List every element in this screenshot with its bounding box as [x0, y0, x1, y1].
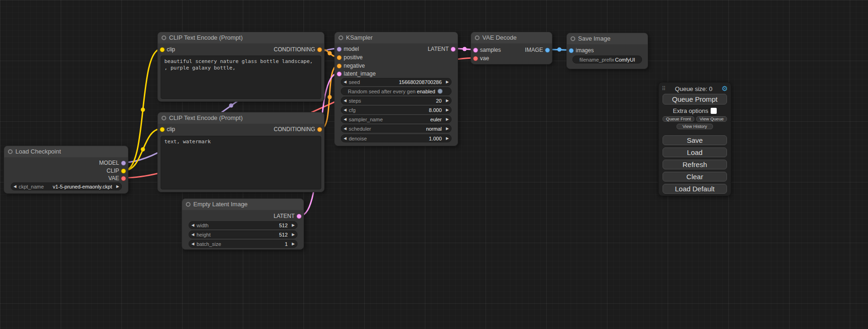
extra-options-checkbox[interactable]: [711, 108, 717, 114]
collapse-dot[interactable]: [8, 149, 13, 154]
widget-label: ckpt_name: [19, 184, 44, 189]
input-dot-negative[interactable]: [337, 63, 342, 69]
decrement-arrow-icon[interactable]: ◀: [11, 183, 19, 190]
widget-batch-size[interactable]: ◀ batch_size 1 ▶: [189, 240, 297, 248]
node-title-bar[interactable]: Save Image: [567, 33, 648, 44]
toggle-knob-icon[interactable]: [438, 89, 443, 94]
load-button[interactable]: Load: [663, 147, 727, 157]
widget-height[interactable]: ◀ height 512 ▶: [189, 231, 297, 238]
decrement-arrow-icon[interactable]: ◀: [341, 135, 349, 142]
collapse-dot[interactable]: [162, 35, 166, 40]
decrement-arrow-icon[interactable]: ◀: [341, 106, 349, 113]
node-title: KSampler: [346, 34, 373, 41]
widget-value: euler: [383, 117, 444, 122]
link-dot-clip-positive: [141, 108, 145, 112]
increment-arrow-icon[interactable]: ▶: [444, 78, 451, 85]
increment-arrow-icon[interactable]: ▶: [114, 183, 121, 190]
node-title-bar[interactable]: Empty Latent Image: [182, 199, 303, 210]
link-dot-image: [557, 48, 562, 52]
slot-label-positive: positive: [344, 54, 363, 61]
widget-seed[interactable]: ◀ seed 156680208700286 ▶: [341, 78, 452, 86]
widget-cfg[interactable]: ◀ cfg 8.000 ▶: [341, 106, 452, 114]
collapse-dot[interactable]: [339, 35, 343, 40]
node-graph-canvas[interactable]: { "colors": { "model": "#b39ddb", "clip"…: [0, 0, 868, 329]
collapse-dot[interactable]: [162, 116, 166, 120]
node-ksampler[interactable]: KSampler model positive negative latent_…: [334, 32, 458, 146]
increment-arrow-icon[interactable]: ▶: [444, 116, 451, 123]
node-title: Empty Latent Image: [193, 201, 247, 208]
decrement-arrow-icon[interactable]: ◀: [189, 222, 197, 229]
widget-width[interactable]: ◀ width 512 ▶: [189, 221, 297, 229]
save-button[interactable]: Save: [663, 135, 727, 145]
increment-arrow-icon[interactable]: ▶: [444, 135, 451, 142]
decrement-arrow-icon[interactable]: ◀: [189, 240, 197, 247]
node-clip-text-encode-positive[interactable]: CLIP Text Encode (Prompt) clip CONDITION…: [157, 32, 325, 102]
node-title-bar[interactable]: KSampler: [335, 32, 458, 43]
drag-handle-icon[interactable]: ⠿: [662, 85, 666, 92]
node-clip-text-encode-negative[interactable]: CLIP Text Encode (Prompt) clip CONDITION…: [157, 112, 325, 192]
view-queue-button[interactable]: View Queue: [696, 116, 727, 122]
increment-arrow-icon[interactable]: ▶: [444, 106, 451, 113]
output-dot-vae[interactable]: [121, 176, 126, 181]
collapse-dot[interactable]: [475, 35, 480, 40]
widget-steps[interactable]: ◀ steps 20 ▶: [341, 97, 452, 105]
output-dot-model[interactable]: [121, 161, 126, 166]
increment-arrow-icon[interactable]: ▶: [289, 222, 297, 229]
collapse-dot[interactable]: [571, 36, 575, 41]
widget-label: seed: [349, 79, 360, 85]
decrement-arrow-icon[interactable]: ◀: [341, 116, 349, 123]
decrement-arrow-icon[interactable]: ◀: [189, 231, 197, 238]
widget-label: cfg: [349, 107, 356, 113]
node-title-bar[interactable]: CLIP Text Encode (Prompt): [158, 32, 324, 43]
link-dot-positive: [328, 51, 332, 56]
prompt-textarea[interactable]: text, watermark: [161, 136, 321, 189]
output-dot-conditioning[interactable]: [317, 127, 322, 132]
widget-value: 20: [361, 98, 444, 104]
input-slot-negative: negative: [335, 62, 458, 70]
slot-label-latent: LATENT: [274, 213, 295, 219]
increment-arrow-icon[interactable]: ▶: [444, 125, 451, 132]
input-dot-positive[interactable]: [337, 55, 342, 60]
node-save-image[interactable]: Save Image images filename_prefix ComfyU…: [566, 33, 648, 69]
node-title-bar[interactable]: CLIP Text Encode (Prompt): [158, 112, 324, 124]
increment-arrow-icon[interactable]: ▶: [444, 97, 451, 104]
node-load-checkpoint[interactable]: Load Checkpoint MODEL CLIP VAE ◀ ckpt_na…: [4, 146, 128, 194]
input-dot-latent-image[interactable]: [337, 71, 342, 77]
slot-label-latent: LATENT: [428, 46, 449, 52]
load-default-button[interactable]: Load Default: [663, 184, 727, 194]
queue-prompt-button[interactable]: Queue Prompt: [663, 94, 727, 105]
widget-denoise[interactable]: ◀ denoise 1.000 ▶: [341, 134, 452, 142]
view-history-button[interactable]: View History: [677, 124, 713, 129]
queue-front-button[interactable]: Queue Front: [663, 116, 694, 122]
decrement-arrow-icon[interactable]: ◀: [341, 97, 349, 104]
widget-scheduler[interactable]: ◀ scheduler normal ▶: [341, 125, 452, 133]
input-dot-vae[interactable]: [473, 56, 478, 61]
settings-gear-icon[interactable]: ⚙: [722, 84, 728, 93]
output-dot-conditioning[interactable]: [317, 47, 322, 52]
decrement-arrow-icon[interactable]: ◀: [341, 125, 349, 132]
node-empty-latent-image[interactable]: Empty Latent Image LATENT ◀ width 512 ▶ …: [182, 198, 304, 250]
widget-value: 512: [209, 223, 289, 228]
increment-arrow-icon[interactable]: ▶: [289, 231, 297, 238]
widget-sampler-name[interactable]: ◀ sampler_name euler ▶: [341, 115, 452, 123]
collapse-dot[interactable]: [186, 202, 191, 207]
output-dot-image[interactable]: [545, 48, 550, 53]
node-title-bar[interactable]: Load Checkpoint: [4, 146, 128, 157]
input-dot-images[interactable]: [569, 48, 574, 53]
refresh-button[interactable]: Refresh: [663, 160, 727, 169]
output-dot-latent[interactable]: [296, 214, 302, 219]
widget-label: width: [197, 223, 209, 228]
slot-label-negative: negative: [344, 63, 365, 69]
widget-value: enabled: [416, 89, 435, 94]
prompt-textarea[interactable]: beautiful scenery nature glass bottle la…: [161, 56, 321, 99]
node-title-bar[interactable]: VAE Decode: [471, 32, 552, 43]
widget-ckpt-name[interactable]: ◀ ckpt_name v1-5-pruned-emaonly.ckpt ▶: [11, 182, 122, 190]
output-dot-clip[interactable]: [121, 168, 126, 174]
node-vae-decode[interactable]: VAE Decode samples vae IMAGE: [471, 32, 552, 64]
clear-button[interactable]: Clear: [663, 172, 727, 182]
increment-arrow-icon[interactable]: ▶: [289, 240, 297, 247]
widget-random-seed-toggle[interactable]: Random seed after every gen enabled: [341, 87, 452, 95]
decrement-arrow-icon[interactable]: ◀: [341, 78, 349, 85]
widget-filename-prefix[interactable]: filename_prefix ComfyUI: [572, 56, 642, 63]
output-dot-latent[interactable]: [451, 47, 456, 52]
